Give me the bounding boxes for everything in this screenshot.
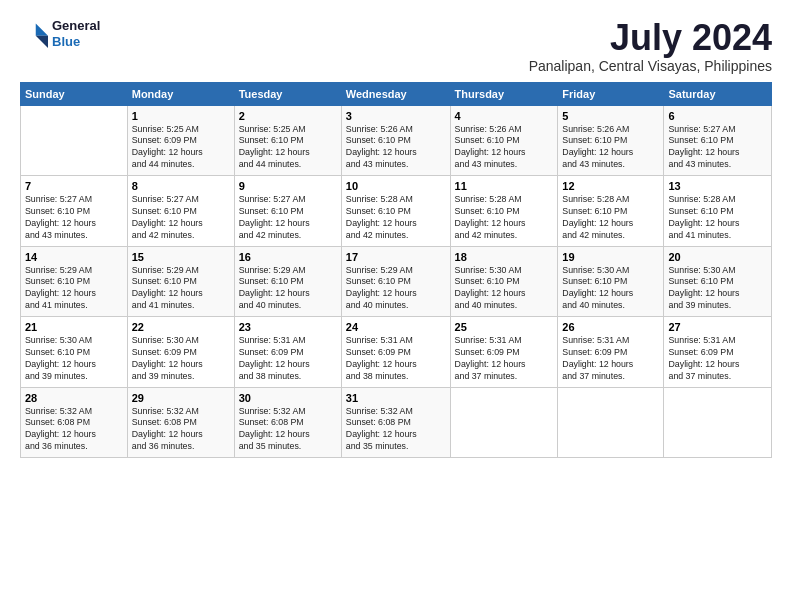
day-info: Sunrise: 5:30 AMSunset: 6:10 PMDaylight:…: [455, 265, 554, 313]
day-info: Sunrise: 5:32 AMSunset: 6:08 PMDaylight:…: [132, 406, 230, 454]
header-cell-monday: Monday: [127, 82, 234, 105]
day-cell: 10Sunrise: 5:28 AMSunset: 6:10 PMDayligh…: [341, 176, 450, 247]
header-cell-wednesday: Wednesday: [341, 82, 450, 105]
day-cell: 4Sunrise: 5:26 AMSunset: 6:10 PMDaylight…: [450, 105, 558, 176]
day-number: 6: [668, 110, 767, 122]
header-cell-sunday: Sunday: [21, 82, 128, 105]
day-number: 30: [239, 392, 337, 404]
day-cell: 30Sunrise: 5:32 AMSunset: 6:08 PMDayligh…: [234, 387, 341, 458]
day-number: 7: [25, 180, 123, 192]
day-number: 9: [239, 180, 337, 192]
day-number: 8: [132, 180, 230, 192]
day-number: 25: [455, 321, 554, 333]
day-number: 31: [346, 392, 446, 404]
day-info: Sunrise: 5:31 AMSunset: 6:09 PMDaylight:…: [455, 335, 554, 383]
day-info: Sunrise: 5:25 AMSunset: 6:09 PMDaylight:…: [132, 124, 230, 172]
day-cell: 12Sunrise: 5:28 AMSunset: 6:10 PMDayligh…: [558, 176, 664, 247]
day-cell: [21, 105, 128, 176]
day-info: Sunrise: 5:30 AMSunset: 6:10 PMDaylight:…: [25, 335, 123, 383]
day-info: Sunrise: 5:30 AMSunset: 6:09 PMDaylight:…: [132, 335, 230, 383]
day-cell: 7Sunrise: 5:27 AMSunset: 6:10 PMDaylight…: [21, 176, 128, 247]
logo-line1: General: [52, 18, 100, 34]
subtitle: Panalipan, Central Visayas, Philippines: [529, 58, 772, 74]
day-cell: 19Sunrise: 5:30 AMSunset: 6:10 PMDayligh…: [558, 246, 664, 317]
day-cell: 26Sunrise: 5:31 AMSunset: 6:09 PMDayligh…: [558, 317, 664, 388]
day-cell: 1Sunrise: 5:25 AMSunset: 6:09 PMDaylight…: [127, 105, 234, 176]
day-number: 24: [346, 321, 446, 333]
page: General Blue July 2024 Panalipan, Centra…: [0, 0, 792, 612]
header-cell-thursday: Thursday: [450, 82, 558, 105]
day-info: Sunrise: 5:28 AMSunset: 6:10 PMDaylight:…: [562, 194, 659, 242]
day-info: Sunrise: 5:32 AMSunset: 6:08 PMDaylight:…: [346, 406, 446, 454]
day-cell: 27Sunrise: 5:31 AMSunset: 6:09 PMDayligh…: [664, 317, 772, 388]
day-cell: 5Sunrise: 5:26 AMSunset: 6:10 PMDaylight…: [558, 105, 664, 176]
day-number: 22: [132, 321, 230, 333]
day-info: Sunrise: 5:30 AMSunset: 6:10 PMDaylight:…: [668, 265, 767, 313]
title-block: July 2024 Panalipan, Central Visayas, Ph…: [529, 18, 772, 74]
day-number: 15: [132, 251, 230, 263]
day-number: 10: [346, 180, 446, 192]
day-cell: [558, 387, 664, 458]
week-row-5: 28Sunrise: 5:32 AMSunset: 6:08 PMDayligh…: [21, 387, 772, 458]
day-number: 16: [239, 251, 337, 263]
day-info: Sunrise: 5:31 AMSunset: 6:09 PMDaylight:…: [239, 335, 337, 383]
day-info: Sunrise: 5:32 AMSunset: 6:08 PMDaylight:…: [25, 406, 123, 454]
day-info: Sunrise: 5:29 AMSunset: 6:10 PMDaylight:…: [346, 265, 446, 313]
day-cell: 9Sunrise: 5:27 AMSunset: 6:10 PMDaylight…: [234, 176, 341, 247]
day-number: 4: [455, 110, 554, 122]
week-row-1: 1Sunrise: 5:25 AMSunset: 6:09 PMDaylight…: [21, 105, 772, 176]
day-info: Sunrise: 5:26 AMSunset: 6:10 PMDaylight:…: [346, 124, 446, 172]
day-number: 1: [132, 110, 230, 122]
svg-marker-1: [36, 23, 48, 35]
week-row-4: 21Sunrise: 5:30 AMSunset: 6:10 PMDayligh…: [21, 317, 772, 388]
header: General Blue July 2024 Panalipan, Centra…: [20, 18, 772, 74]
day-info: Sunrise: 5:27 AMSunset: 6:10 PMDaylight:…: [239, 194, 337, 242]
day-number: 20: [668, 251, 767, 263]
day-info: Sunrise: 5:31 AMSunset: 6:09 PMDaylight:…: [346, 335, 446, 383]
day-cell: 20Sunrise: 5:30 AMSunset: 6:10 PMDayligh…: [664, 246, 772, 317]
calendar-table: SundayMondayTuesdayWednesdayThursdayFrid…: [20, 82, 772, 459]
week-row-2: 7Sunrise: 5:27 AMSunset: 6:10 PMDaylight…: [21, 176, 772, 247]
day-number: 26: [562, 321, 659, 333]
logo-line2: Blue: [52, 34, 100, 50]
day-cell: 8Sunrise: 5:27 AMSunset: 6:10 PMDaylight…: [127, 176, 234, 247]
day-cell: 15Sunrise: 5:29 AMSunset: 6:10 PMDayligh…: [127, 246, 234, 317]
day-cell: 16Sunrise: 5:29 AMSunset: 6:10 PMDayligh…: [234, 246, 341, 317]
day-cell: 2Sunrise: 5:25 AMSunset: 6:10 PMDaylight…: [234, 105, 341, 176]
day-number: 17: [346, 251, 446, 263]
day-cell: 21Sunrise: 5:30 AMSunset: 6:10 PMDayligh…: [21, 317, 128, 388]
logo-icon: [20, 20, 48, 48]
day-number: 23: [239, 321, 337, 333]
day-cell: 6Sunrise: 5:27 AMSunset: 6:10 PMDaylight…: [664, 105, 772, 176]
day-number: 18: [455, 251, 554, 263]
header-cell-saturday: Saturday: [664, 82, 772, 105]
day-info: Sunrise: 5:29 AMSunset: 6:10 PMDaylight:…: [239, 265, 337, 313]
day-cell: 31Sunrise: 5:32 AMSunset: 6:08 PMDayligh…: [341, 387, 450, 458]
day-cell: 18Sunrise: 5:30 AMSunset: 6:10 PMDayligh…: [450, 246, 558, 317]
day-cell: 17Sunrise: 5:29 AMSunset: 6:10 PMDayligh…: [341, 246, 450, 317]
day-cell: 24Sunrise: 5:31 AMSunset: 6:09 PMDayligh…: [341, 317, 450, 388]
day-number: 29: [132, 392, 230, 404]
header-row: SundayMondayTuesdayWednesdayThursdayFrid…: [21, 82, 772, 105]
day-info: Sunrise: 5:31 AMSunset: 6:09 PMDaylight:…: [668, 335, 767, 383]
day-number: 3: [346, 110, 446, 122]
day-cell: 3Sunrise: 5:26 AMSunset: 6:10 PMDaylight…: [341, 105, 450, 176]
day-cell: 13Sunrise: 5:28 AMSunset: 6:10 PMDayligh…: [664, 176, 772, 247]
day-cell: 23Sunrise: 5:31 AMSunset: 6:09 PMDayligh…: [234, 317, 341, 388]
header-cell-tuesday: Tuesday: [234, 82, 341, 105]
day-info: Sunrise: 5:30 AMSunset: 6:10 PMDaylight:…: [562, 265, 659, 313]
day-cell: 29Sunrise: 5:32 AMSunset: 6:08 PMDayligh…: [127, 387, 234, 458]
day-number: 19: [562, 251, 659, 263]
day-info: Sunrise: 5:27 AMSunset: 6:10 PMDaylight:…: [25, 194, 123, 242]
day-number: 21: [25, 321, 123, 333]
day-number: 14: [25, 251, 123, 263]
day-number: 5: [562, 110, 659, 122]
day-cell: 22Sunrise: 5:30 AMSunset: 6:09 PMDayligh…: [127, 317, 234, 388]
day-cell: [664, 387, 772, 458]
day-info: Sunrise: 5:25 AMSunset: 6:10 PMDaylight:…: [239, 124, 337, 172]
logo-text: General Blue: [52, 18, 100, 49]
day-cell: 14Sunrise: 5:29 AMSunset: 6:10 PMDayligh…: [21, 246, 128, 317]
day-cell: 11Sunrise: 5:28 AMSunset: 6:10 PMDayligh…: [450, 176, 558, 247]
day-number: 2: [239, 110, 337, 122]
day-info: Sunrise: 5:26 AMSunset: 6:10 PMDaylight:…: [562, 124, 659, 172]
